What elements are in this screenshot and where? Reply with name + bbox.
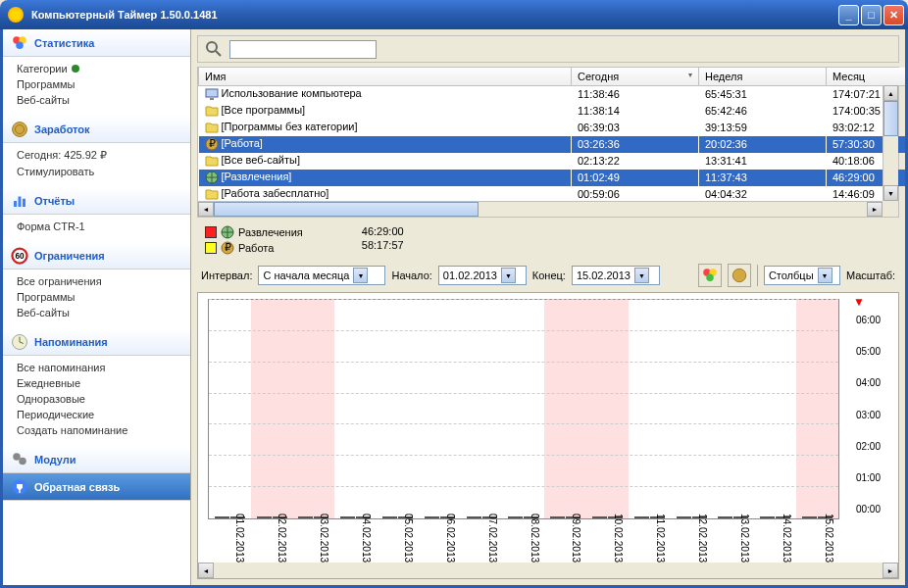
bar[interactable] <box>718 516 732 518</box>
svg-point-16 <box>207 42 217 52</box>
table-row[interactable]: [Все программы]11:38:1465:42:46174:00:35 <box>199 103 906 120</box>
bar[interactable] <box>592 516 607 518</box>
start-date-picker[interactable]: 01.02.2013 ▼ <box>438 266 527 285</box>
sidebar-item[interactable]: Периодические <box>17 407 190 422</box>
x-tick-label: 05.02.2013 <box>403 514 414 563</box>
table-row[interactable]: Использование компьютера11:38:4665:45:31… <box>199 86 906 103</box>
x-tick-label: 15.02.2013 <box>824 514 834 563</box>
col-month[interactable]: Месяц <box>827 68 906 86</box>
sidebar-section-3[interactable]: 60Ограничения <box>3 242 190 270</box>
sidebar-section-4[interactable]: Напоминания <box>3 328 190 356</box>
scroll-right-button[interactable]: ► <box>867 202 883 217</box>
search-input[interactable] <box>229 40 377 59</box>
sidebar-section-1[interactable]: Заработок <box>3 116 190 143</box>
window-titlebar: Компьютерный Таймер 1.50.0.1481 _ □ ✕ <box>0 0 908 29</box>
table-row[interactable]: [Все веб-сайты]02:13:2213:31:4140:18:06 <box>199 153 906 170</box>
y-tick-label: 03:00 <box>856 409 881 419</box>
bar[interactable] <box>677 516 691 518</box>
svg-rect-5 <box>14 201 17 207</box>
section-icon <box>11 34 28 52</box>
chart-coin-button[interactable] <box>728 264 751 287</box>
col-today[interactable]: Сегодня▾ <box>572 68 699 86</box>
horizontal-scrollbar[interactable]: ◄ ► <box>198 201 883 217</box>
view-type-combo[interactable]: Столбцы ▼ <box>764 266 840 285</box>
legend-swatch <box>205 226 217 238</box>
bar[interactable] <box>508 516 523 518</box>
scroll-up-button[interactable]: ▲ <box>883 85 898 101</box>
bar[interactable] <box>550 516 565 518</box>
maximize-button[interactable]: □ <box>861 5 882 25</box>
bar[interactable] <box>340 516 355 518</box>
folder-icon <box>205 121 219 134</box>
chart-scroll-left-button[interactable]: ◄ <box>198 563 214 578</box>
svg-text:60: 60 <box>15 252 25 261</box>
x-tick-label: 11.02.2013 <box>655 514 666 563</box>
section-icon: 60 <box>11 247 28 265</box>
svg-rect-7 <box>23 198 25 206</box>
sidebar-section-5[interactable]: Модули <box>3 446 190 473</box>
chart-scroll-right-button[interactable]: ► <box>883 563 898 578</box>
sidebar-item[interactable]: Ежедневные <box>17 375 190 391</box>
bar[interactable] <box>760 516 775 518</box>
svg-rect-18 <box>206 89 218 97</box>
interval-combo[interactable]: С начала месяца ▼ <box>258 266 385 285</box>
bar[interactable] <box>298 516 313 518</box>
sidebar-item[interactable]: Одноразовые <box>17 391 190 407</box>
y-tick-label: 00:00 <box>856 504 881 514</box>
section-title: Напоминания <box>34 336 108 348</box>
bar[interactable] <box>634 516 649 518</box>
sidebar-item[interactable]: Стимулировать <box>17 164 190 179</box>
table-row[interactable]: ₽[Работа]03:26:3620:02:3657:30:30 <box>199 136 906 153</box>
end-label: Конец: <box>532 270 566 281</box>
folder-icon <box>205 187 219 201</box>
sidebar-section-6[interactable]: Обратная связь <box>3 473 190 501</box>
sidebar-item[interactable]: Создать напоминание <box>17 422 190 438</box>
x-tick-label: 08.02.2013 <box>530 514 540 563</box>
sidebar-item[interactable]: Все ограничения <box>17 273 190 289</box>
table-row[interactable]: [Работа забесплатно]00:59:0604:04:3214:4… <box>199 186 906 203</box>
bar[interactable] <box>382 516 397 518</box>
bar[interactable] <box>425 516 439 518</box>
sidebar-item[interactable]: Категории <box>17 61 190 76</box>
close-button[interactable]: ✕ <box>883 5 904 25</box>
section-title: Статистика <box>34 37 95 49</box>
section-icon <box>11 478 28 496</box>
table-row[interactable]: [Программы без категории]06:39:0339:13:5… <box>199 120 906 136</box>
sidebar-item[interactable]: Форма CTR-1 <box>17 219 190 234</box>
svg-point-2 <box>16 41 24 49</box>
chart-color-button[interactable] <box>698 264 722 287</box>
chart-hscrollbar[interactable]: ◄ ► <box>198 563 898 578</box>
sidebar-item[interactable]: Все напоминания <box>17 360 190 375</box>
y-tick-label: 06:00 <box>856 315 881 325</box>
bar[interactable] <box>257 516 272 518</box>
sidebar-item[interactable]: Веб-сайты <box>17 305 190 320</box>
folder-icon <box>205 104 219 118</box>
sidebar-item[interactable]: Программы <box>17 76 190 92</box>
bar[interactable] <box>215 516 229 518</box>
chart-legend: Развлечения₽Работа46:29:0058:17:57 <box>197 221 899 259</box>
scroll-down-button[interactable]: ▼ <box>883 185 898 201</box>
sidebar: СтатистикаКатегорииПрограммыВеб-сайтыЗар… <box>3 29 191 585</box>
bar[interactable] <box>802 516 817 518</box>
legend-value: 46:29:00 <box>362 225 404 237</box>
sidebar-item[interactable]: Программы <box>17 289 190 305</box>
y-tick-label: 01:00 <box>856 471 881 482</box>
x-tick-label: 04.02.2013 <box>361 514 372 563</box>
minimize-button[interactable]: _ <box>838 5 859 25</box>
vertical-scrollbar[interactable]: ▲ ▼ <box>883 85 898 201</box>
section-icon <box>11 333 28 351</box>
col-week[interactable]: Неделя <box>699 68 827 86</box>
end-date-picker[interactable]: 15.02.2013 ▼ <box>572 266 660 285</box>
sidebar-section-2[interactable]: Отчёты <box>3 187 190 215</box>
table-row[interactable]: [Развлечения]01:02:4911:37:4346:29:00 <box>199 170 906 186</box>
col-name[interactable]: Имя <box>199 68 572 86</box>
bar[interactable] <box>467 516 481 518</box>
section-title: Заработок <box>34 123 90 135</box>
sidebar-item[interactable]: Сегодня: 425.92 ₽ <box>17 147 190 164</box>
legend-value: 58:17:57 <box>362 239 404 251</box>
hscroll-thumb[interactable] <box>214 202 479 217</box>
scroll-thumb[interactable] <box>883 101 898 136</box>
scroll-left-button[interactable]: ◄ <box>198 202 214 217</box>
sidebar-item[interactable]: Веб-сайты <box>17 92 190 108</box>
sidebar-section-0[interactable]: Статистика <box>3 29 190 57</box>
